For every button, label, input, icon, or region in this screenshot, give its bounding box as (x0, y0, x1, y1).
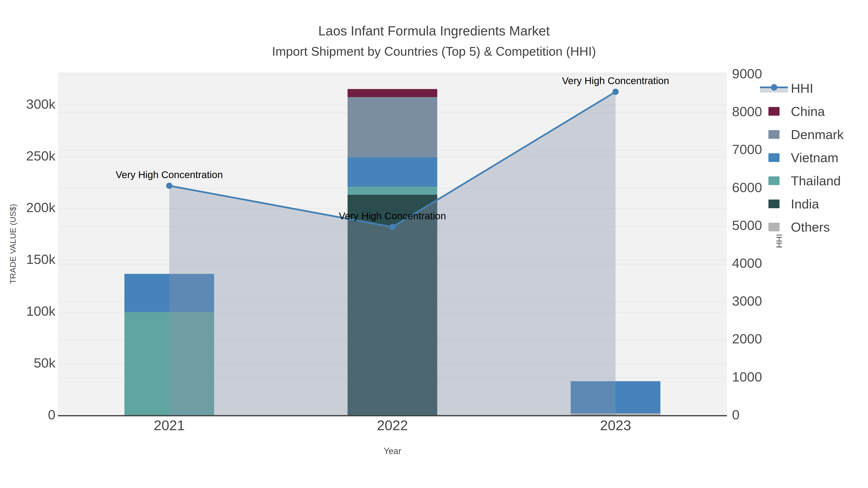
x-axis-title: Year (383, 446, 401, 456)
legend-label: Denmark (791, 127, 844, 142)
thailand-swatch (760, 169, 788, 192)
y-right-tick: 9000 (732, 66, 762, 81)
legend-item-india[interactable]: India (760, 192, 844, 216)
hhi-marker-2021[interactable] (166, 183, 173, 189)
hhi-marker-2022[interactable] (390, 224, 396, 230)
y-right-tick: 3000 (732, 293, 762, 308)
x-tick: 2023 (600, 417, 631, 433)
legend-item-hhi[interactable]: HHI (760, 77, 844, 100)
bar-china-2022[interactable] (348, 89, 437, 97)
y-left-tick: 100k (26, 303, 56, 319)
y-left-tick: 0 (48, 407, 56, 422)
y-right-tick: 8000 (732, 104, 762, 119)
legend-item-thailand[interactable]: Thailand (760, 169, 844, 192)
legend-item-china[interactable]: China (760, 100, 844, 123)
y-right-tick: 5000 (732, 218, 762, 233)
hhi-marker-dot (771, 84, 777, 91)
legend-label: Thailand (791, 173, 841, 188)
legend-item-vietnam[interactable]: Vietnam (760, 146, 844, 169)
y-right-tick: 6000 (732, 180, 762, 195)
legend-label: Vietnam (791, 150, 838, 165)
bar-denmark-2022[interactable] (348, 97, 437, 157)
annotation-2022: Very High Concentration (339, 210, 446, 222)
legend-item-denmark[interactable]: Denmark (760, 123, 844, 146)
others-swatch (760, 216, 788, 238)
y-left-tick: 300k (26, 96, 56, 111)
annotation-2021: Very High Concentration (116, 169, 223, 180)
y-left-tick: 150k (26, 252, 56, 267)
china-swatch (760, 100, 788, 123)
y-left-tick: 200k (26, 200, 56, 215)
legend: HHI China Denmark Vietnam Thailand India… (760, 77, 844, 238)
india-swatch (760, 192, 788, 216)
y-right-tick: 0 (732, 407, 740, 422)
figure: Laos Infant Formula Ingredients Market I… (0, 0, 868, 488)
vietnam-swatch (760, 146, 788, 169)
bar-vietnam-2022[interactable] (348, 157, 437, 187)
y-right-tick: 1000 (732, 369, 762, 384)
y-right-tick: 7000 (732, 142, 762, 157)
legend-item-others[interactable]: Others (760, 216, 844, 238)
y-left-tick: 250k (26, 148, 56, 163)
annotation-2023: Very High Concentration (562, 75, 669, 86)
bar-thailand-2022[interactable] (348, 187, 437, 194)
legend-label: China (791, 104, 825, 119)
y-left-axis-title: TRADE VALUE (US$) (8, 204, 18, 284)
hhi-line-swatch (760, 77, 788, 100)
legend-label: Others (791, 220, 830, 234)
y-right-tick: 2000 (732, 331, 762, 346)
y-right-tick: 4000 (732, 255, 762, 271)
plot-area: Very High ConcentrationVery High Concent… (0, 0, 868, 488)
x-tick: 2022 (377, 417, 408, 433)
hhi-marker-2023[interactable] (613, 89, 619, 95)
x-tick: 2021 (154, 417, 185, 433)
legend-label: HHI (791, 81, 813, 96)
y-left-tick: 50k (34, 355, 56, 370)
denmark-swatch (760, 123, 788, 146)
legend-label: India (791, 196, 819, 212)
